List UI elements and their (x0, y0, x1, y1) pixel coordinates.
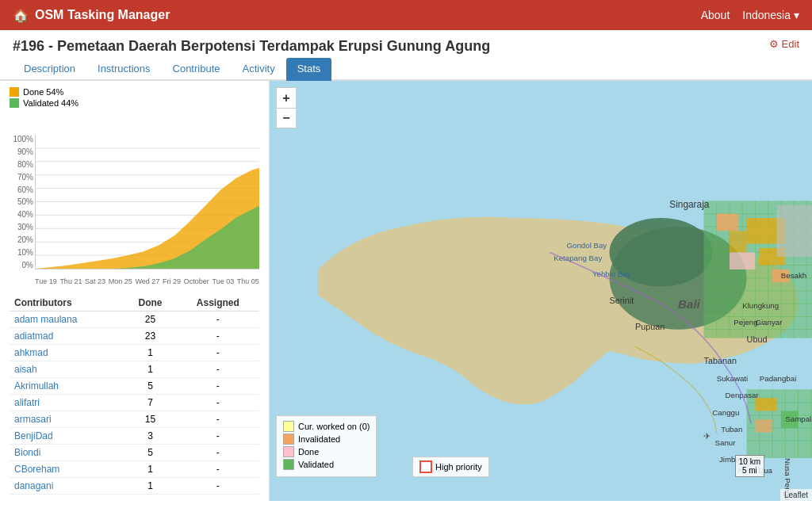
svg-text:Sanur: Sanur (715, 438, 737, 447)
tab-instructions[interactable]: Instructions (86, 58, 161, 81)
scale-mi: 5 mi (742, 466, 757, 475)
tab-stats[interactable]: Stats (286, 58, 332, 81)
contributor-assigned: - (177, 461, 259, 478)
table-row: Biondi 5 - (10, 445, 259, 461)
done-map-label: Done (298, 447, 319, 457)
contributor-assigned: - (177, 378, 259, 395)
contributor-assigned: - (177, 361, 259, 378)
map-zoom-controls: + − (276, 87, 297, 128)
chart-area (35, 135, 259, 269)
page-header: #196 - Pemetaan Daerah Berpotensi Terdam… (0, 30, 812, 58)
table-row: adam maulana 25 - (10, 311, 259, 328)
table-row: CBoreham 1 - (10, 461, 259, 478)
validated-map-color (283, 459, 294, 470)
contributor-link[interactable]: alifatri (14, 397, 40, 408)
invalidated-label: Invalidated (298, 434, 340, 444)
table-row: adiatmad 23 - (10, 328, 259, 345)
cur-worked-color (283, 421, 294, 432)
leaflet-attribution[interactable]: Leaflet (780, 489, 812, 501)
tab-description[interactable]: Description (13, 58, 86, 81)
edit-label: Edit (782, 38, 799, 50)
contributor-link[interactable]: adam maulana (14, 314, 77, 325)
zoom-out-button[interactable]: − (276, 108, 297, 128)
chart-x-labels: Tue 19 Thu 21 Sat 23 Mon 25 Wed 27 Fri 2… (35, 277, 259, 285)
about-link[interactable]: About (701, 9, 730, 21)
contributor-assigned: - (177, 395, 259, 411)
contributor-done: 25 (124, 311, 176, 328)
contributor-link[interactable]: ahkmad (14, 347, 48, 358)
tab-contribute[interactable]: Contribute (162, 58, 232, 81)
navbar-right: About Indonesia ▾ (701, 9, 799, 21)
contributor-link[interactable]: Biondi (14, 447, 40, 458)
table-row: armasari 15 - (10, 411, 259, 428)
legend-validated-map: Validated (283, 459, 370, 470)
contributor-link[interactable]: danagani (14, 480, 53, 491)
svg-text:Ketapang Bay: Ketapang Bay (553, 254, 602, 262)
language-label: Indonesia (742, 9, 791, 21)
scale-bar: 10 km 5 mi (735, 455, 764, 477)
leaflet-label: Leaflet (784, 491, 808, 499)
edit-link[interactable]: ⚙ Edit (769, 38, 799, 50)
done-map-color (283, 446, 294, 457)
contributor-done: 3 (124, 428, 176, 445)
svg-text:Padangbai: Padangbai (760, 374, 796, 383)
tabs: Description Instructions Contribute Acti… (0, 58, 812, 81)
map-area[interactable]: Singaraja Gondol Bay Ketapang Bay Yehbiu… (270, 81, 812, 501)
contributor-link[interactable]: CBoreham (14, 464, 59, 475)
contributor-link[interactable]: aisah (14, 364, 37, 375)
contributor-assigned: - (177, 445, 259, 461)
high-priority-legend: High priority (412, 457, 489, 477)
high-priority-label: High priority (435, 462, 482, 472)
svg-text:Pupuan: Pupuan (635, 322, 665, 331)
home-icon: 🏠 (13, 8, 29, 23)
contributor-done: 5 (124, 445, 176, 461)
contributor-done: 1 (124, 478, 176, 495)
legend-validated: Validated 44% (10, 98, 259, 108)
svg-rect-37 (717, 214, 738, 231)
chart-svg (36, 135, 259, 269)
right-panel: Singaraja Gondol Bay Ketapang Bay Yehbiu… (270, 81, 812, 501)
legend-done-label: Done 54% (23, 87, 63, 97)
contributor-done: 15 (124, 411, 176, 428)
scale-km: 10 km (739, 457, 760, 466)
chart-container: 100% 90% 80% 70% 60% 50% 40% 30% 20% 10%… (10, 111, 259, 285)
table-row: danagani 1 - (10, 478, 259, 495)
cur-worked-label: Cur. worked on (0) (298, 422, 370, 431)
left-panel: Done 54% Validated 44% 100% 90% 80% 70% … (0, 81, 270, 501)
contributor-link[interactable]: armasari (14, 414, 52, 425)
navbar: 🏠 OSM Tasking Manager About Indonesia ▾ (0, 0, 812, 30)
navbar-brand[interactable]: 🏠 OSM Tasking Manager (13, 8, 170, 23)
contributor-link[interactable]: adiatmad (14, 331, 53, 342)
table-row: aisah 1 - (10, 361, 259, 378)
contributor-assigned: - (177, 478, 259, 495)
chart-legend: Done 54% Validated 44% (10, 87, 259, 108)
contributor-done: 23 (124, 328, 176, 345)
language-selector[interactable]: Indonesia ▾ (742, 9, 799, 21)
svg-text:Klungkung: Klungkung (742, 301, 779, 310)
contributor-assigned: - (177, 328, 259, 345)
contributor-link[interactable]: BenjiDad (14, 430, 53, 441)
legend-validated-color (10, 98, 19, 108)
svg-text:Sukawati: Sukawati (717, 374, 748, 383)
table-row: ahkmad 1 - (10, 345, 259, 361)
contributor-assigned: - (177, 345, 259, 361)
legend-cur-worked: Cur. worked on (0) (283, 421, 370, 432)
legend-done: Done 54% (10, 87, 259, 97)
legend-done-color (10, 87, 19, 97)
contributor-done: 1 (124, 461, 176, 478)
zoom-in-button[interactable]: + (276, 87, 297, 108)
table-row: alifatri 7 - (10, 395, 259, 411)
svg-text:Gondol Bay: Gondol Bay (566, 241, 607, 250)
language-caret: ▾ (794, 9, 799, 21)
svg-rect-51 (755, 398, 776, 411)
contributor-link[interactable]: Akrimullah (14, 380, 59, 392)
tab-activity[interactable]: Activity (232, 58, 286, 81)
contributor-assigned: - (177, 311, 259, 328)
svg-text:Ubud: Ubud (747, 334, 768, 344)
invalidated-color (283, 434, 294, 445)
contributors-table: Contributors Done Assigned adam maulana … (10, 295, 259, 495)
svg-text:Singaraja: Singaraja (669, 199, 710, 210)
svg-text:Bali: Bali (678, 297, 701, 311)
contributor-done: 5 (124, 378, 176, 395)
contributor-done: 1 (124, 345, 176, 361)
